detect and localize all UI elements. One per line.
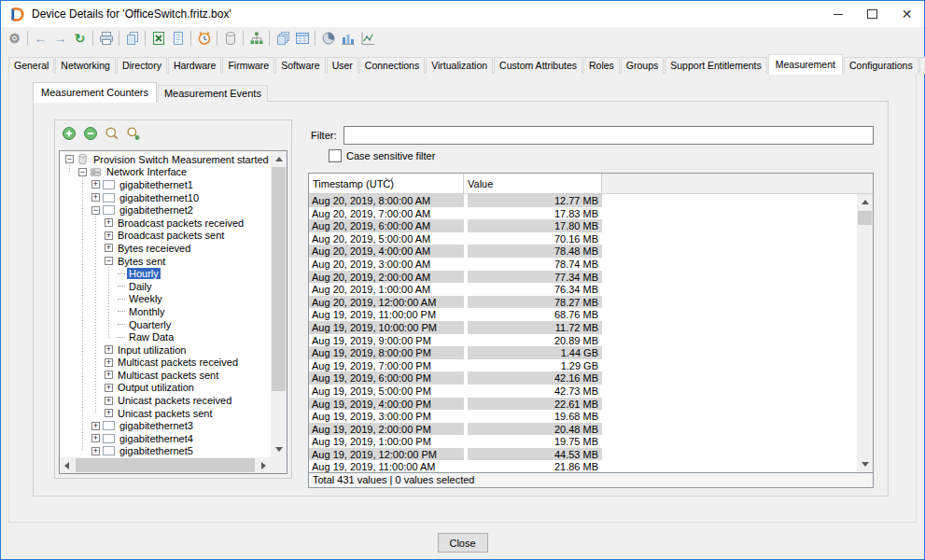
tree-item-quarterly[interactable]: Quarterly — [62, 318, 271, 331]
expand-icon[interactable]: + — [105, 345, 113, 354]
tab-directory[interactable]: Directory — [117, 57, 167, 74]
scrollbar-thumb[interactable] — [76, 458, 255, 472]
expand-icon[interactable]: + — [91, 434, 100, 442]
tree-item-label[interactable]: Raw Data — [127, 331, 175, 343]
collapse-icon[interactable]: − — [105, 257, 113, 265]
expand-icon[interactable]: + — [105, 371, 113, 379]
tree-item-gigabitethernet10[interactable]: +gigabitethernet10 — [62, 191, 271, 204]
bar-chart-icon[interactable] — [338, 29, 357, 47]
tree-item-bytes-receieved[interactable]: +Bytes receieved — [62, 242, 271, 255]
tab-groups[interactable]: Groups — [621, 57, 664, 74]
tab-measurement[interactable]: Measurement — [768, 54, 843, 75]
print-icon[interactable] — [96, 29, 116, 47]
scrollbar-thumb[interactable] — [858, 211, 872, 225]
tree-item-label[interactable]: Network Interface — [105, 166, 189, 177]
zoom-selection-icon[interactable] — [126, 126, 141, 141]
table-view-icon[interactable] — [292, 29, 312, 47]
tree-item-unicast-packets-received[interactable]: +Unicast packets received — [62, 394, 271, 407]
tree-item-label[interactable]: Output utilization — [116, 382, 196, 393]
tree-item-label[interactable]: gigabitethernet3 — [118, 420, 195, 431]
settings-gear-icon[interactable]: ⚙ — [5, 29, 24, 47]
table-row[interactable]: Aug 19, 2019, 9:00:00 PM20.89 MB — [309, 334, 857, 347]
tree-item-raw-data[interactable]: Raw Data — [62, 330, 271, 343]
expand-icon[interactable]: + — [105, 397, 113, 405]
table-row[interactable]: Aug 19, 2019, 7:00:00 PM1.29 GB — [309, 359, 857, 372]
expand-icon[interactable]: + — [91, 193, 100, 202]
filter-input[interactable] — [343, 126, 874, 145]
tree-item-input-utilization[interactable]: +Input utilization — [62, 343, 271, 357]
tab-networking[interactable]: Networking — [55, 57, 116, 74]
tree-item-gigabitethernet5[interactable]: +gigabitethernet5 — [62, 445, 271, 457]
scroll-down-icon[interactable] — [862, 462, 869, 467]
tree-item-label[interactable]: Bytes receieved — [116, 243, 192, 254]
scroll-down-icon[interactable] — [275, 447, 283, 452]
tab-roles[interactable]: Roles — [583, 57, 620, 74]
expand-icon[interactable]: + — [105, 409, 113, 417]
tree-item-broadcast-packets-received[interactable]: +Broadcast packets received — [62, 217, 271, 230]
tree-horizontal-scrollbar[interactable] — [60, 457, 271, 473]
tree-item-gigabitethernet1[interactable]: +gigabitethernet1 — [62, 178, 271, 191]
table-row[interactable]: Aug 20, 2019, 1:00:00 AM76.34 MB — [309, 283, 857, 296]
expand-all-icon[interactable] — [62, 126, 77, 141]
expand-icon[interactable]: + — [105, 244, 113, 252]
table-row[interactable]: Aug 20, 2019, 5:00:00 AM70.16 MB — [309, 232, 857, 245]
scroll-up-icon[interactable] — [862, 200, 869, 204]
expand-icon[interactable]: + — [91, 447, 100, 455]
table-row[interactable]: Aug 19, 2019, 11:00:00 PM68.76 MB — [309, 308, 857, 321]
table-row[interactable]: Aug 19, 2019, 5:00:00 PM42.73 MB — [309, 385, 857, 398]
refresh-icon[interactable]: ↻ — [70, 29, 90, 47]
tab-firmware[interactable]: Firmware — [222, 57, 274, 74]
table-row[interactable]: Aug 19, 2019, 3:00:00 PM19.68 MB — [309, 410, 857, 423]
schedule-clock-icon[interactable] — [194, 29, 214, 47]
tree-item-label[interactable]: gigabitethernet2 — [118, 204, 195, 216]
tree-item-multicast-packets-received[interactable]: +Multicast packets received — [62, 357, 271, 370]
copy-table-icon[interactable] — [273, 29, 292, 47]
table-row[interactable]: Aug 20, 2019, 2:00:00 AM77.34 MB — [309, 271, 857, 284]
close-button[interactable]: Close — [438, 533, 488, 553]
tree-item-label[interactable]: Bytes sent — [116, 256, 167, 267]
table-row[interactable]: Aug 19, 2019, 12:00:00 PM44.53 MB — [309, 448, 857, 461]
scroll-right-icon[interactable] — [261, 462, 266, 469]
table-row[interactable]: Aug 20, 2019, 7:00:00 AM17.83 MB — [309, 207, 857, 220]
pie-chart-icon[interactable] — [318, 29, 338, 47]
tree-item-weekly[interactable]: Weekly — [62, 293, 271, 306]
tree-item-label[interactable]: Weekly — [127, 293, 164, 304]
tree-item-network-interface[interactable]: −Network Interface — [62, 166, 271, 179]
collapse-icon[interactable]: − — [91, 206, 100, 215]
tab-virtualization[interactable]: Virtualization — [426, 57, 493, 74]
tree-item-provision-switch-measurement-started-on-augus[interactable]: −Provision Switch Measurement started on… — [62, 153, 271, 166]
table-row[interactable]: Aug 19, 2019, 1:00:00 PM19.75 MB — [309, 435, 857, 448]
tree-item-label[interactable]: Input utilization — [116, 344, 188, 356]
scroll-up-icon[interactable] — [275, 157, 283, 161]
tree-item-label[interactable]: gigabitethernet1 — [118, 179, 195, 190]
collapse-icon[interactable]: − — [78, 168, 87, 176]
table-row[interactable]: Aug 20, 2019, 6:00:00 AM17.80 MB — [309, 219, 857, 232]
expand-icon[interactable]: + — [105, 218, 113, 227]
tree-item-label[interactable]: Provision Switch Measurement started on … — [91, 154, 271, 165]
tab-configurations[interactable]: Configurations — [844, 57, 918, 74]
tab-hardware[interactable]: Hardware — [168, 57, 222, 74]
tree-item-label[interactable]: Monthly — [127, 306, 167, 317]
topology-sitemap-icon[interactable] — [246, 29, 266, 47]
tree-item-label[interactable]: gigabitethernet4 — [118, 433, 195, 444]
tree-item-label[interactable]: Quarterly — [127, 319, 173, 330]
tab-user[interactable]: User — [327, 57, 358, 74]
table-row[interactable]: Aug 20, 2019, 4:00:00 AM78.48 MB — [309, 245, 857, 258]
table-row[interactable]: Aug 20, 2019, 12:00:00 AM78.27 MB — [309, 296, 857, 309]
tree-item-label[interactable]: Multicast packets received — [116, 357, 240, 368]
tree-item-output-utilization[interactable]: +Output utilization — [62, 382, 271, 395]
tree-item-unicast-packets-sent[interactable]: +Unicast packets sent — [62, 407, 271, 420]
tree-item-label[interactable]: gigabitethernet5 — [118, 445, 195, 456]
table-row[interactable]: Aug 20, 2019, 8:00:00 AM12.77 MB — [309, 194, 857, 207]
tab-connections[interactable]: Connections — [359, 57, 425, 74]
tree-vertical-scrollbar[interactable] — [271, 151, 287, 457]
table-row[interactable]: Aug 20, 2019, 3:00:00 AM78.74 MB — [309, 258, 857, 271]
tree-item-multicast-packets-sent[interactable]: +Multicast packets sent — [62, 369, 271, 382]
tree-item-monthly[interactable]: Monthly — [62, 305, 271, 318]
tree-item-label[interactable]: Daily — [127, 281, 153, 292]
expand-icon[interactable]: + — [105, 384, 113, 392]
subtab-measurement-events[interactable]: Measurement Events — [158, 85, 268, 102]
scrollbar-thumb[interactable] — [272, 167, 286, 391]
forward-arrow-icon[interactable]: → — [50, 29, 70, 47]
table-row[interactable]: Aug 19, 2019, 8:00:00 PM1.44 GB — [309, 346, 857, 359]
